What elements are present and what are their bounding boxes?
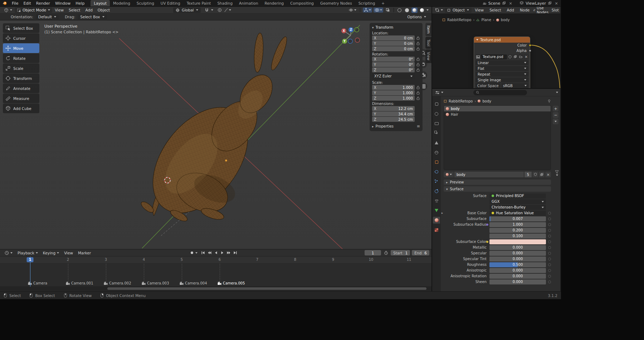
- lock-button[interactable]: [416, 63, 420, 66]
- dimensions-z-field[interactable]: Z24.5 cm: [372, 117, 415, 122]
- timeline-menu-keying[interactable]: Keying: [40, 249, 62, 256]
- timeline-menu-view[interactable]: View: [62, 249, 75, 256]
- node-menu-view[interactable]: View: [472, 7, 486, 13]
- timeline-menu-playback[interactable]: Playback: [15, 249, 40, 256]
- viewport-3d[interactable]: User Perspective (1) Scene Collection | …: [0, 20, 431, 249]
- breadcrumb-material[interactable]: body: [501, 18, 510, 22]
- extension-dropdown[interactable]: Repeat: [475, 72, 528, 77]
- tool-move[interactable]: Move: [3, 43, 39, 53]
- browse-material-button[interactable]: [444, 172, 454, 177]
- subsurface-method-dropdown[interactable]: Christensen-Burley: [489, 205, 546, 210]
- properties-tab-object[interactable]: [433, 159, 440, 166]
- use-nodes-checkbox[interactable]: [533, 8, 536, 12]
- properties-tab-output[interactable]: [433, 120, 440, 127]
- properties-tab-tool[interactable]: [433, 101, 440, 107]
- decorate-keyframe-dot[interactable]: [548, 252, 551, 255]
- frame-start-field[interactable]: Start1: [391, 250, 410, 255]
- snap-toggle[interactable]: [204, 8, 210, 13]
- properties-tab-constraints[interactable]: [433, 197, 440, 204]
- dimensions-x-field[interactable]: X12.2 cm: [372, 106, 415, 111]
- mode-selector[interactable]: Object Mode: [15, 7, 52, 13]
- workspace-tab-compositing[interactable]: Compositing: [287, 0, 317, 6]
- decorate-keyframe-dot[interactable]: [548, 246, 551, 249]
- subsurface-radius-field-1[interactable]: 1.000: [489, 222, 546, 227]
- sidebar-tab-view[interactable]: View: [425, 49, 431, 63]
- material-name-field[interactable]: body: [454, 172, 524, 177]
- show-gizmo-toggle[interactable]: [363, 8, 372, 13]
- viewport-menu-add[interactable]: Add: [83, 7, 95, 13]
- remove-slot-button[interactable]: [553, 112, 558, 118]
- subsurface-radius-field-3[interactable]: 0.100: [489, 234, 546, 239]
- anisotropic-rotation-slider[interactable]: 0.000: [489, 274, 546, 279]
- specular-tint-slider[interactable]: 0.000: [489, 257, 546, 262]
- timeline-tracks[interactable]: Camera Camera.001 Camera.002 Camera.003 …: [0, 264, 431, 286]
- shader-node-editor[interactable]: Object View Select Add Node Use Nodes Sl…: [432, 7, 560, 89]
- navigation-gizmo[interactable]: X Z Y: [341, 25, 361, 46]
- previous-keyframe-button[interactable]: [206, 250, 213, 255]
- metallic-slider[interactable]: 0.000: [489, 245, 546, 250]
- dimensions-y-field[interactable]: Y34.4 cm: [372, 111, 415, 116]
- viewport-menu-object[interactable]: Object: [95, 7, 112, 13]
- specular-slider[interactable]: 0.000: [489, 251, 546, 256]
- properties-options-dropdown-icon[interactable]: [556, 92, 558, 93]
- tool-scale[interactable]: Scale: [3, 63, 39, 73]
- proportional-editing-toggle[interactable]: [216, 8, 223, 13]
- shading-material-button[interactable]: [411, 8, 418, 13]
- blender-logo-icon[interactable]: [0, 0, 9, 6]
- camera-marker-active[interactable]: Camera.005: [218, 281, 245, 285]
- interpolation-dropdown[interactable]: Linear: [475, 60, 528, 65]
- decorate-keyframe-dot[interactable]: [548, 212, 551, 215]
- breadcrumb-object[interactable]: RabbitRetopo: [449, 99, 473, 103]
- proportional-falloff-dropdown[interactable]: [223, 8, 232, 13]
- image-name-field[interactable]: Texture.psd: [481, 54, 507, 59]
- expand-icon[interactable]: [441, 211, 443, 215]
- node-menu-add[interactable]: Add: [504, 7, 517, 13]
- base-color-node-dropdown[interactable]: Hue Saturation Value: [489, 211, 546, 216]
- surface-panel-header[interactable]: Surface: [444, 186, 551, 192]
- workspace-tab-shading[interactable]: Shading: [214, 0, 236, 6]
- color-output-socket[interactable]: [529, 44, 531, 47]
- material-users-count[interactable]: 5: [525, 172, 532, 177]
- timeline-scrollbar-handle[interactable]: [107, 287, 426, 290]
- transform-panel-header[interactable]: Transform: [372, 24, 420, 30]
- tool-cursor[interactable]: Cursor: [3, 33, 39, 43]
- menu-help[interactable]: Help: [73, 0, 87, 6]
- breadcrumb-object[interactable]: RabbitRetopo: [447, 18, 471, 22]
- timeline-ruler[interactable]: 1 2 3 4 5 6 7 8 9 10 11: [0, 257, 431, 264]
- properties-tab-view-layer[interactable]: [433, 130, 440, 137]
- distribution-dropdown[interactable]: GGX: [489, 199, 546, 204]
- location-x-field[interactable]: X0 cm: [372, 35, 415, 40]
- properties-panel-header[interactable]: Properties: [372, 123, 420, 129]
- alpha-output-socket[interactable]: [529, 49, 531, 52]
- scale-y-field[interactable]: Y1.000: [372, 90, 415, 95]
- scene-copy-button[interactable]: [502, 1, 507, 6]
- lock-button[interactable]: [416, 68, 420, 72]
- lock-button[interactable]: [416, 91, 420, 95]
- viewlayer-delete-button[interactable]: [554, 1, 559, 6]
- material-slot-hair[interactable]: Hair: [444, 111, 551, 117]
- shading-rendered-button[interactable]: [419, 8, 425, 13]
- menu-window[interactable]: Window: [53, 0, 73, 6]
- scene-selector[interactable]: Scene: [482, 1, 501, 6]
- chevron-down-icon[interactable]: [556, 174, 558, 176]
- tool-transform[interactable]: Transform: [3, 73, 39, 83]
- image-texture-node[interactable]: Texture.psd Color Alpha Texture.psd: [474, 37, 530, 89]
- workspace-tab-animation[interactable]: Animation: [236, 0, 262, 6]
- funnel-icon[interactable]: [555, 170, 559, 174]
- play-button[interactable]: [219, 250, 225, 255]
- properties-tab-world[interactable]: [433, 149, 440, 156]
- menu-edit[interactable]: Edit: [21, 0, 33, 6]
- breadcrumb-mesh[interactable]: Plane: [481, 18, 491, 22]
- unlink-material-button[interactable]: [545, 172, 551, 177]
- camera-marker[interactable]: Camera.001: [66, 281, 93, 285]
- lock-button[interactable]: [416, 86, 420, 89]
- subsurface-color-swatch[interactable]: [489, 239, 546, 244]
- node-editor-type-button[interactable]: [434, 7, 444, 13]
- properties-tab-texture[interactable]: [433, 226, 440, 233]
- options-dropdown[interactable]: Options: [405, 14, 429, 20]
- lock-button[interactable]: [416, 36, 420, 40]
- image-open-button[interactable]: [518, 54, 523, 59]
- lock-button[interactable]: [416, 96, 420, 100]
- node-menu-node[interactable]: Node: [517, 7, 532, 13]
- anisotropic-slider[interactable]: 0.000: [489, 268, 546, 273]
